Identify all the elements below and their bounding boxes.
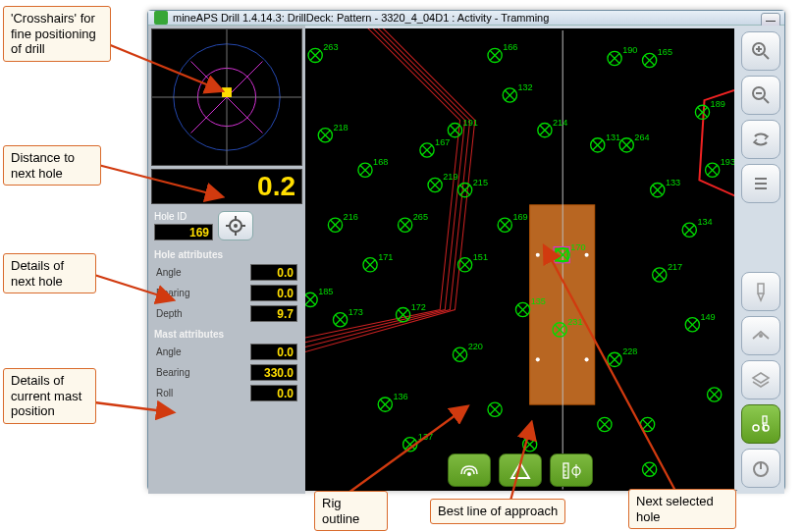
svg-text:265: 265 [413,212,428,222]
svg-text:190: 190 [622,45,637,55]
svg-text:172: 172 [411,302,426,312]
svg-point-22 [536,253,540,257]
hole-angle-value: 0.0 [250,264,297,281]
drill-button[interactable] [741,272,780,311]
layers-button[interactable] [741,360,780,399]
rotate-icon [750,129,772,150]
target-icon [226,216,245,236]
svg-text:134: 134 [697,217,712,227]
broadcast-icon [457,460,481,480]
svg-text:263: 263 [323,42,338,52]
svg-text:133: 133 [666,178,680,187]
mast-attrs-header: Mast attributes [148,324,305,342]
svg-point-205 [753,425,759,431]
app-window: mineAPS Drill 1.4.14.3: DrillDeck: Patte… [147,10,785,491]
distance-display: 0.2 [151,169,302,204]
right-toolbar [737,26,784,494]
zoom-out-icon [750,84,772,106]
svg-rect-203 [758,284,764,293]
svg-text:218: 218 [333,123,348,133]
svg-text:215: 215 [473,178,488,187]
svg-text:149: 149 [700,312,715,322]
window-title: mineAPS Drill 1.4.14.3: DrillDeck: Patte… [173,12,549,24]
svg-text:170: 170 [570,242,585,252]
svg-text:137: 137 [418,432,433,442]
callout-distance: Distance to next hole [3,145,101,186]
svg-point-186 [467,472,471,476]
svg-rect-207 [763,416,767,423]
svg-text:167: 167 [435,137,450,147]
level-button[interactable] [741,316,780,355]
drill-map[interactable]: 2631661901651321891912142181671312641931… [305,28,734,491]
zoom-in-icon [750,40,772,62]
svg-text:264: 264 [634,133,649,142]
svg-text:220: 220 [468,342,483,351]
svg-rect-13 [222,87,232,97]
svg-text:231: 231 [567,317,582,327]
hole-depth-value: 9.7 [250,305,297,322]
level-icon [750,325,772,346]
callout-bestline: Best line of approach [430,499,565,524]
mast-bearing-label: Bearing [156,367,189,378]
svg-text:165: 165 [658,47,672,57]
svg-text:185: 185 [318,287,333,296]
drill-active-icon [749,413,773,435]
app-icon [154,11,168,25]
svg-point-15 [234,224,238,228]
locate-button[interactable] [218,211,253,240]
warning-icon [509,460,532,480]
svg-text:135: 135 [531,296,546,306]
svg-text:219: 219 [443,172,457,182]
left-panel: 0.2 Hole ID 169 Hole attributes Angle0.0… [148,26,305,494]
hole-id-label: Hole ID [154,211,213,222]
power-button[interactable] [741,449,780,488]
svg-text:132: 132 [517,82,532,92]
distance-value: 0.2 [257,171,295,202]
callout-nexthole: Details of next hole [3,253,96,293]
drill-icon [750,281,772,302]
svg-point-25 [585,357,589,361]
hole-depth-label: Depth [156,308,183,319]
hole-angle-label: Angle [156,267,182,278]
svg-text:168: 168 [373,157,388,167]
svg-text:189: 189 [711,99,725,109]
svg-text:151: 151 [473,252,488,262]
svg-text:136: 136 [393,392,407,401]
power-icon [751,458,771,478]
hole-bearing-value: 0.0 [250,285,297,301]
svg-text:173: 173 [348,307,363,317]
callout-nextsel: Next selected hole [628,489,736,529]
rotate-button[interactable] [741,120,780,159]
zoom-in-button[interactable] [741,31,780,71]
hole-bearing-label: Bearing [156,288,189,298]
broadcast-button[interactable] [448,453,491,487]
list-icon [751,174,771,193]
active-mode-button[interactable] [741,404,780,444]
svg-text:217: 217 [668,262,682,272]
svg-text:169: 169 [512,212,527,222]
svg-line-198 [764,98,769,103]
svg-point-23 [585,253,589,257]
map-svg: 2631661901651321891912142181671312641931… [305,28,734,491]
callout-mast: Details of current mast position [3,368,96,424]
list-button[interactable] [741,164,780,203]
hole-id-value: 169 [154,224,213,240]
svg-text:214: 214 [553,118,567,128]
svg-text:191: 191 [463,118,478,128]
mast-angle-label: Angle [156,346,182,357]
svg-text:216: 216 [344,212,358,222]
svg-line-194 [764,54,769,59]
svg-text:131: 131 [606,133,620,142]
svg-point-204 [759,334,763,338]
measure-icon [560,460,583,480]
mast-roll-value: 0.0 [250,385,297,401]
callout-rig: Rig outline [314,491,388,531]
hole-attrs-header: Hole attributes [148,244,305,262]
svg-text:193: 193 [721,157,734,167]
warning-button[interactable] [499,453,542,487]
titlebar: mineAPS Drill 1.4.14.3: DrillDeck: Patte… [148,11,784,26]
crosshair-display [151,28,302,166]
zoom-out-button[interactable] [741,76,780,115]
measure-button[interactable] [550,453,593,487]
svg-point-97 [305,293,317,306]
